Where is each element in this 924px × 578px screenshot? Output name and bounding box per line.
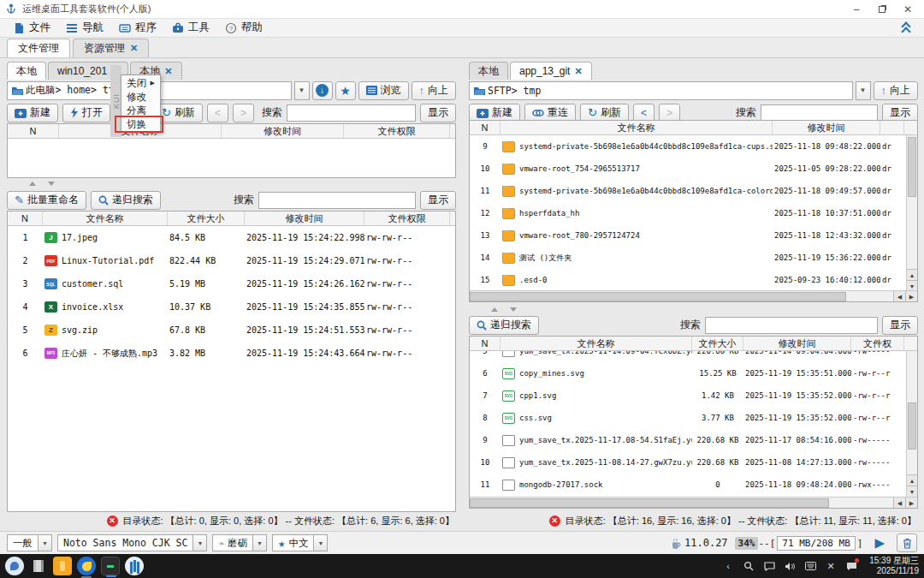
table-row[interactable]: 6copy_mines.svg15.25 KB2025-11-19 15:35:… [470, 362, 917, 384]
column-header[interactable]: N [470, 337, 500, 350]
splitter-down-icon[interactable] [48, 182, 55, 186]
table-row[interactable]: 12hsperfdata_hh2025-11-18 10:37:51.000dr [470, 202, 917, 224]
table-row[interactable]: 7cpp1.svg1.42 KB2025-11-19 15:35:52.000-… [470, 384, 917, 407]
back-button[interactable]: < [207, 104, 228, 122]
horizontal-scrollbar[interactable]: ◀ ▶ [470, 497, 917, 508]
memory-usage[interactable]: 34% --[ 71 MB/208 MB ] [735, 536, 863, 551]
column-header[interactable]: 文件名称 [43, 212, 168, 225]
tab-local[interactable]: 本地 [469, 62, 508, 80]
table-row[interactable]: 6庄心妍 - 不够成熟.mp33.82 MB2025-11-19 15:24:4… [8, 342, 455, 365]
table-row[interactable]: 13vmware-root_780-29571247242025-11-18 1… [470, 224, 917, 247]
theme-select[interactable]: ❧磨砺▼ [212, 534, 267, 551]
menu-item-modify[interactable]: 修改 [121, 90, 160, 104]
vertical-scrollbar[interactable]: ▲▼ [906, 135, 917, 291]
taskbar-clock[interactable]: 15:39 星期三 2025/11/19 [869, 556, 919, 577]
right-splitter[interactable] [469, 305, 918, 313]
file-search-input[interactable] [705, 317, 878, 334]
browser-app-icon[interactable] [77, 557, 96, 575]
search-input[interactable] [761, 104, 878, 122]
tray-expand-icon[interactable]: ‹ [722, 560, 734, 572]
scroll-left-icon[interactable]: ◀ [893, 498, 905, 509]
column-header[interactable]: 修改时间 [222, 124, 344, 138]
file-search-input[interactable] [258, 192, 416, 209]
ops-tool-app-icon[interactable] [125, 557, 144, 575]
close-icon[interactable]: ✕ [130, 43, 138, 54]
menu-item-close[interactable]: 关闭▶ [121, 76, 160, 90]
menu-program[interactable]: 程序 [113, 20, 163, 36]
address-dropdown-icon[interactable]: ▼ [294, 81, 310, 100]
column-header[interactable]: N [470, 121, 500, 134]
right-file-table-body[interactable]: 5yum_save_tx.2025-11-14.09-04.TCx6bZ.yum… [470, 351, 917, 497]
trash-button[interactable] [897, 533, 917, 552]
menu-file[interactable]: 文件 [7, 20, 56, 36]
open-button[interactable]: 打开 [62, 104, 110, 122]
download-path-button[interactable]: ↓ [312, 81, 333, 100]
tab-resource-management[interactable]: 资源管理✕ [73, 39, 149, 57]
mode-select[interactable]: 一般▼ [7, 534, 52, 551]
column-header[interactable]: N [8, 212, 43, 225]
launcher-icon[interactable] [5, 557, 24, 575]
table-row[interactable]: 14测试 ()文件夹2025-11-19 15:36:22.000dr [470, 247, 917, 269]
column-header[interactable]: 修改时间 [743, 337, 851, 350]
tab-file-management[interactable]: 文件管理 [7, 39, 70, 57]
input-method-icon[interactable] [804, 560, 816, 572]
column-header[interactable]: 文件大小 [168, 212, 245, 225]
notification-icon[interactable] [845, 560, 857, 572]
scrollbar-thumb[interactable] [470, 292, 846, 301]
up-button[interactable]: ↑向上 [412, 81, 457, 100]
batch-rename-button[interactable]: ✎批量重命名 [7, 191, 86, 210]
table-row[interactable]: 11systemd-private-5b698e1e6a0b44c0bbd8c1… [470, 180, 917, 202]
table-row[interactable]: 4invoice.xlsx10.37 KB2025-11-19 15:24:35… [8, 295, 455, 319]
splitter-up-icon[interactable] [491, 307, 498, 312]
table-row[interactable]: 9yum_save_tx.2025-11-17.08-54.S1faEj.yum… [470, 429, 917, 451]
new-button[interactable]: 新建 [7, 104, 58, 122]
column-header[interactable]: 文件权限 [344, 124, 450, 138]
left-splitter[interactable] [7, 179, 456, 188]
scroll-right-icon[interactable]: ▶ [905, 498, 917, 509]
table-row[interactable]: 3customer.sql5.19 MB2025-11-19 15:24:26.… [8, 272, 455, 295]
table-row[interactable]: 15.esd-02025-09-23 16:40:12.000dr [470, 269, 917, 291]
restore-button[interactable] [871, 2, 893, 17]
scroll-right-icon[interactable]: ▶ [905, 291, 917, 302]
show-button[interactable]: 显示 [420, 191, 456, 210]
menu-navigate[interactable]: 导航 [60, 20, 110, 36]
table-row[interactable]: 10yum_save_tx.2025-11-08.14-27.gwX7zu.yu… [470, 451, 917, 474]
file-manager-app-icon[interactable] [53, 557, 72, 575]
close-icon[interactable]: ✕ [574, 66, 582, 77]
table-row[interactable]: 11mongodb-27017.sock02025-11-18 09:48:24… [470, 474, 917, 496]
column-header[interactable]: N [8, 124, 59, 138]
table-row[interactable]: 5yum_save_tx.2025-11-14.09-04.TCx6bZ.yum… [470, 351, 917, 362]
show-button[interactable]: 显示 [882, 316, 918, 335]
browse-button[interactable]: 浏览 [358, 81, 409, 100]
recursive-search-button[interactable]: 递归搜索 [469, 316, 539, 335]
menu-tools[interactable]: 工具 [166, 20, 216, 36]
column-header[interactable]: 修改时间 [245, 212, 364, 225]
up-button[interactable]: ↑向上 [874, 81, 919, 100]
terminal-app-icon[interactable] [101, 557, 120, 575]
vertical-scrollbar[interactable]: ▲▼ [906, 351, 917, 497]
column-header[interactable] [880, 121, 904, 134]
language-select[interactable]: ★中文▼ [272, 534, 328, 551]
table-row[interactable]: 2Linux-Tutorial.pdf822.44 KB2025-11-19 1… [8, 249, 455, 272]
multitask-view-icon[interactable] [29, 557, 48, 575]
column-header[interactable]: 文件权 [851, 337, 904, 350]
left-file-table-body[interactable]: 117.jpeg84.5 KB2025-11-19 15:24:22.998rw… [8, 226, 455, 512]
column-header[interactable]: 文件名称 [500, 337, 692, 350]
tab-local[interactable]: 本地 [7, 62, 46, 80]
search-input[interactable] [287, 104, 416, 122]
column-header[interactable]: 文件大小 [692, 337, 743, 350]
address-dropdown-icon[interactable]: ▼ [856, 81, 871, 100]
splitter-up-icon[interactable] [29, 182, 36, 186]
close-button[interactable]: ✕ [897, 2, 919, 17]
table-row[interactable]: 117.jpeg84.5 KB2025-11-19 15:24:22.998rw… [8, 226, 455, 249]
collapse-toolbar-icon[interactable] [897, 21, 917, 36]
scrollbar-thumb[interactable] [908, 402, 916, 450]
scroll-up-icon[interactable]: ▲ [907, 474, 917, 486]
font-select[interactable]: Noto Sans Mono CJK SC▼ [57, 534, 207, 551]
breadcrumb[interactable]: SFTP> tmp [469, 81, 853, 100]
forward-button[interactable]: > [233, 104, 254, 122]
network-disabled-icon[interactable]: ✕ [825, 560, 837, 572]
minimize-button[interactable]: – [845, 2, 868, 17]
right-directory-table-body[interactable]: 9systemd-private-5b698e1e6a0b44c0bbd8c10… [470, 135, 917, 291]
scroll-left-icon[interactable]: ◀ [893, 291, 905, 302]
